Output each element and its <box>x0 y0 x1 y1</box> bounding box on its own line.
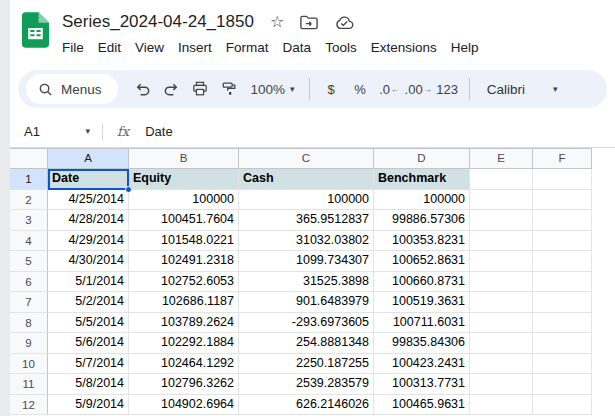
cell-D4[interactable]: 100353.8231 <box>374 231 470 252</box>
row-number-11[interactable]: 11 <box>10 374 48 395</box>
row-number-1[interactable]: 1 <box>10 169 48 190</box>
cell-A3[interactable]: 4/28/2014 <box>48 210 129 231</box>
cell-B1[interactable]: Equity <box>129 169 239 190</box>
column-header-A[interactable]: A <box>48 148 129 169</box>
cell-A10[interactable]: 5/7/2014 <box>48 354 129 375</box>
cell-F9[interactable] <box>533 333 592 354</box>
cell-C8[interactable]: -293.6973605 <box>239 313 374 334</box>
row-number-8[interactable]: 8 <box>10 313 48 334</box>
cell-F1[interactable] <box>533 169 592 190</box>
cell-C2[interactable]: 100000 <box>239 190 374 211</box>
redo-button[interactable] <box>158 76 185 103</box>
cell-E3[interactable] <box>470 210 533 231</box>
cell-A2[interactable]: 4/25/2014 <box>48 190 129 211</box>
sheets-logo-icon[interactable] <box>22 12 49 48</box>
cell-B8[interactable]: 103789.2624 <box>129 313 239 334</box>
cell-D1[interactable]: Benchmark <box>374 169 470 190</box>
cell-B11[interactable]: 102796.3262 <box>129 374 239 395</box>
cell-D9[interactable]: 99835.84306 <box>374 333 470 354</box>
row-number-9[interactable]: 9 <box>10 333 48 354</box>
name-box[interactable]: A1 ▾ <box>24 124 102 139</box>
decrease-decimal-button[interactable]: .0 ← <box>376 76 403 103</box>
cell-D2[interactable]: 100000 <box>374 190 470 211</box>
column-header-F[interactable]: F <box>533 148 592 169</box>
cell-B12[interactable]: 104902.6964 <box>129 395 239 416</box>
cell-C9[interactable]: 254.8881348 <box>239 333 374 354</box>
cell-F11[interactable] <box>533 374 592 395</box>
cell-E9[interactable] <box>470 333 533 354</box>
row-number-2[interactable]: 2 <box>10 190 48 211</box>
menus-search-button[interactable]: Menus <box>26 74 118 104</box>
menu-item-insert[interactable]: Insert <box>171 38 219 57</box>
number-format-button[interactable]: 123 <box>434 76 461 103</box>
percent-format-button[interactable]: % <box>347 76 374 103</box>
select-all-corner[interactable] <box>10 148 48 169</box>
print-button[interactable] <box>187 76 214 103</box>
cell-C10[interactable]: 2250.187255 <box>239 354 374 375</box>
cell-A4[interactable]: 4/29/2014 <box>48 231 129 252</box>
menu-item-format[interactable]: Format <box>219 38 276 57</box>
cell-D7[interactable]: 100519.3631 <box>374 292 470 313</box>
cell-E4[interactable] <box>470 231 533 252</box>
document-title[interactable]: Series_2024-04-24_1850 <box>62 12 254 32</box>
cell-A1[interactable]: Date <box>48 169 129 190</box>
row-number-6[interactable]: 6 <box>10 272 48 293</box>
cell-A7[interactable]: 5/2/2014 <box>48 292 129 313</box>
menu-item-extensions[interactable]: Extensions <box>364 38 444 57</box>
cell-C11[interactable]: 2539.283579 <box>239 374 374 395</box>
cell-F2[interactable] <box>533 190 592 211</box>
cell-E2[interactable] <box>470 190 533 211</box>
cell-C5[interactable]: 1099.734307 <box>239 251 374 272</box>
cell-B2[interactable]: 100000 <box>129 190 239 211</box>
cell-F10[interactable] <box>533 354 592 375</box>
cell-C12[interactable]: 626.2146026 <box>239 395 374 416</box>
row-number-12[interactable]: 12 <box>10 395 48 416</box>
row-number-5[interactable]: 5 <box>10 251 48 272</box>
cell-E7[interactable] <box>470 292 533 313</box>
cell-A5[interactable]: 4/30/2014 <box>48 251 129 272</box>
cell-E1[interactable] <box>470 169 533 190</box>
cell-C7[interactable]: 901.6483979 <box>239 292 374 313</box>
cell-E12[interactable] <box>470 395 533 416</box>
cell-F3[interactable] <box>533 210 592 231</box>
menu-item-tools[interactable]: Tools <box>318 38 364 57</box>
cell-D5[interactable]: 100652.8631 <box>374 251 470 272</box>
menu-item-file[interactable]: File <box>55 38 91 57</box>
cell-A8[interactable]: 5/5/2014 <box>48 313 129 334</box>
cell-F5[interactable] <box>533 251 592 272</box>
cell-A12[interactable]: 5/9/2014 <box>48 395 129 416</box>
column-header-C[interactable]: C <box>239 148 374 169</box>
cell-F6[interactable] <box>533 272 592 293</box>
cell-F7[interactable] <box>533 292 592 313</box>
cell-C4[interactable]: 31032.03802 <box>239 231 374 252</box>
cell-C3[interactable]: 365.9512837 <box>239 210 374 231</box>
cell-A6[interactable]: 5/1/2014 <box>48 272 129 293</box>
cell-D8[interactable]: 100711.6031 <box>374 313 470 334</box>
column-header-D[interactable]: D <box>374 148 470 169</box>
cell-D10[interactable]: 100423.2431 <box>374 354 470 375</box>
currency-format-button[interactable]: $ <box>318 76 345 103</box>
row-number-7[interactable]: 7 <box>10 292 48 313</box>
menu-item-data[interactable]: Data <box>276 38 319 57</box>
paint-format-button[interactable] <box>216 76 243 103</box>
cell-B10[interactable]: 102464.1292 <box>129 354 239 375</box>
menu-item-view[interactable]: View <box>128 38 171 57</box>
undo-button[interactable] <box>129 76 156 103</box>
row-number-4[interactable]: 4 <box>10 231 48 252</box>
cell-E8[interactable] <box>470 313 533 334</box>
cell-F12[interactable] <box>533 395 592 416</box>
cell-E6[interactable] <box>470 272 533 293</box>
cell-F8[interactable] <box>533 313 592 334</box>
cell-B3[interactable]: 100451.7604 <box>129 210 239 231</box>
cell-C1[interactable]: Cash <box>239 169 374 190</box>
cell-D11[interactable]: 100313.7731 <box>374 374 470 395</box>
column-header-B[interactable]: B <box>129 148 239 169</box>
menu-item-help[interactable]: Help <box>444 38 486 57</box>
font-selector[interactable]: Calibri ▾ <box>477 82 568 97</box>
zoom-selector[interactable]: 100% ▾ <box>245 76 301 103</box>
cell-D3[interactable]: 99886.57306 <box>374 210 470 231</box>
cell-B6[interactable]: 102752.6053 <box>129 272 239 293</box>
increase-decimal-button[interactable]: .00 → <box>405 76 432 103</box>
cell-E11[interactable] <box>470 374 533 395</box>
formula-input[interactable]: Date <box>145 124 172 139</box>
